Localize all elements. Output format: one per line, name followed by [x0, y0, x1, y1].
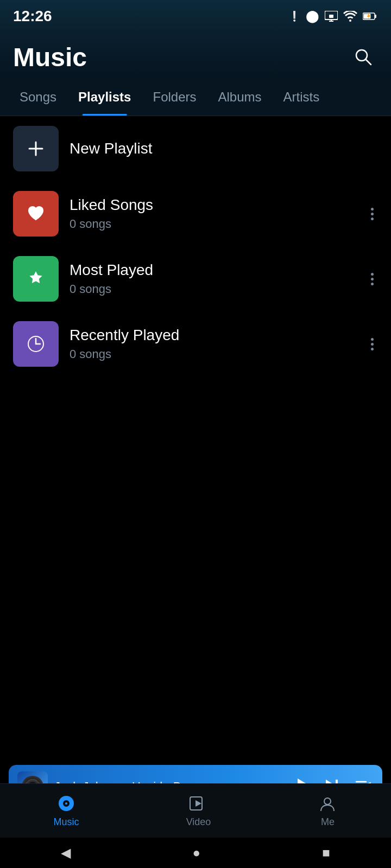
liked-songs-more-button[interactable] [367, 203, 378, 225]
svg-point-26 [65, 802, 67, 805]
tabs-bar: Songs Playlists Folders Albums Artists [0, 79, 391, 116]
recents-button[interactable]: ■ [318, 841, 335, 865]
tab-songs[interactable]: Songs [9, 79, 67, 116]
liked-songs-item[interactable]: Liked Songs 0 songs [0, 181, 391, 246]
music-nav-icon [56, 794, 76, 813]
recently-played-count: 0 songs [70, 347, 356, 361]
tab-albums[interactable]: Albums [207, 79, 273, 116]
tab-artists[interactable]: Artists [273, 79, 331, 116]
more-dot [371, 213, 374, 215]
new-playlist-item[interactable]: New Playlist [0, 116, 391, 181]
playlist-content: New Playlist Liked Songs 0 songs Most Pl… [0, 116, 391, 376]
battery-icon [363, 12, 378, 21]
status-time: 12:26 [13, 8, 52, 25]
cast-icon [325, 11, 338, 22]
liked-songs-name: Liked Songs [70, 196, 356, 214]
home-button[interactable]: ● [188, 841, 205, 865]
recently-played-more-button[interactable] [367, 334, 378, 355]
more-dot [371, 283, 374, 285]
most-played-name: Most Played [70, 261, 356, 279]
back-button[interactable]: ◀ [56, 841, 75, 865]
notification-icon: ❕ [288, 10, 300, 22]
more-dot [371, 343, 374, 346]
tab-folders[interactable]: Folders [142, 79, 207, 116]
recently-played-info: Recently Played 0 songs [70, 327, 356, 361]
liked-songs-count: 0 songs [70, 217, 356, 231]
liked-songs-thumb [13, 191, 59, 237]
more-dot [371, 338, 374, 341]
bottom-nav: Music Video Me [0, 783, 391, 838]
more-dot [371, 218, 374, 220]
search-button[interactable] [348, 41, 378, 73]
me-nav-icon [318, 794, 337, 813]
status-icons: ❕ ⬤ [288, 9, 378, 23]
recently-played-thumb [13, 321, 59, 367]
circle-icon: ⬤ [306, 9, 319, 23]
liked-songs-info: Liked Songs 0 songs [70, 196, 356, 231]
nav-music[interactable]: Music [43, 789, 90, 832]
status-bar: 12:26 ❕ ⬤ [0, 0, 391, 33]
android-nav-bar: ◀ ● ■ [0, 838, 391, 868]
new-playlist-info: New Playlist [70, 140, 378, 157]
recently-played-name: Recently Played [70, 327, 356, 344]
new-playlist-name: New Playlist [70, 140, 378, 157]
search-icon [352, 46, 374, 67]
new-playlist-thumb [13, 126, 59, 171]
nav-me[interactable]: Me [307, 789, 348, 832]
nav-me-label: Me [321, 816, 335, 828]
nav-music-label: Music [54, 816, 79, 828]
more-dot [371, 208, 374, 210]
page-title: Music [13, 42, 87, 72]
svg-marker-28 [195, 800, 201, 807]
svg-line-9 [365, 59, 371, 65]
most-played-item[interactable]: Most Played 0 songs [0, 246, 391, 311]
wifi-icon [343, 11, 357, 22]
more-dot [371, 273, 374, 276]
most-played-thumb [13, 256, 59, 302]
video-nav-icon [188, 794, 208, 813]
svg-rect-1 [329, 15, 333, 18]
nav-video[interactable]: Video [175, 789, 222, 832]
svg-rect-6 [375, 15, 376, 18]
header: Music [0, 33, 391, 79]
svg-point-29 [324, 798, 331, 805]
most-played-more-button[interactable] [367, 269, 378, 290]
more-dot [371, 348, 374, 350]
nav-video-label: Video [186, 816, 211, 828]
tab-playlists[interactable]: Playlists [67, 79, 142, 116]
recently-played-item[interactable]: Recently Played 0 songs [0, 311, 391, 376]
more-dot [371, 278, 374, 280]
most-played-count: 0 songs [70, 282, 356, 296]
most-played-info: Most Played 0 songs [70, 261, 356, 296]
